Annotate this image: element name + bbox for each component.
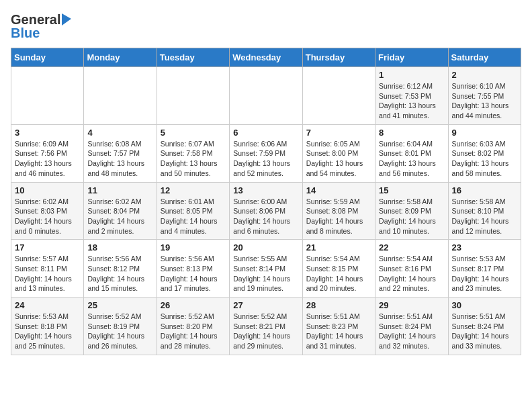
day-number: 18 xyxy=(87,242,152,253)
day-cell: 3Sunrise: 6:09 AMSunset: 7:56 PMDaylight… xyxy=(11,124,84,182)
weekday-header-monday: Monday xyxy=(84,48,157,67)
day-info: Sunrise: 5:53 AMSunset: 8:18 PMDaylight:… xyxy=(15,312,80,351)
day-cell: 25Sunrise: 5:52 AMSunset: 8:19 PMDayligh… xyxy=(84,298,157,355)
day-cell xyxy=(302,67,375,125)
day-number: 10 xyxy=(15,185,80,195)
day-cell: 6Sunrise: 6:06 AMSunset: 7:59 PMDaylight… xyxy=(230,124,302,182)
day-cell: 16Sunrise: 5:58 AMSunset: 8:10 PMDayligh… xyxy=(448,182,521,240)
day-number: 9 xyxy=(452,128,517,138)
day-cell: 22Sunrise: 5:54 AMSunset: 8:16 PMDayligh… xyxy=(375,240,448,298)
day-number: 11 xyxy=(87,185,152,195)
day-number: 14 xyxy=(306,185,371,195)
day-info: Sunrise: 5:59 AMSunset: 8:08 PMDaylight:… xyxy=(306,197,371,236)
day-cell: 20Sunrise: 5:55 AMSunset: 8:14 PMDayligh… xyxy=(230,240,302,298)
day-cell: 26Sunrise: 5:52 AMSunset: 8:20 PMDayligh… xyxy=(157,298,229,355)
day-cell: 13Sunrise: 6:00 AMSunset: 8:06 PMDayligh… xyxy=(230,182,302,240)
day-number: 4 xyxy=(87,128,152,138)
day-cell: 28Sunrise: 5:51 AMSunset: 8:23 PMDayligh… xyxy=(302,298,375,355)
day-cell xyxy=(230,67,302,125)
day-number: 15 xyxy=(379,185,444,195)
weekday-header-thursday: Thursday xyxy=(302,48,375,67)
day-cell: 14Sunrise: 5:59 AMSunset: 8:08 PMDayligh… xyxy=(302,182,375,240)
week-row-2: 3Sunrise: 6:09 AMSunset: 7:56 PMDaylight… xyxy=(11,124,521,182)
day-cell: 29Sunrise: 5:51 AMSunset: 8:24 PMDayligh… xyxy=(375,298,448,355)
weekday-header-row: SundayMondayTuesdayWednesdayThursdayFrid… xyxy=(11,48,521,67)
weekday-header-tuesday: Tuesday xyxy=(157,48,229,67)
day-cell: 2Sunrise: 6:10 AMSunset: 7:55 PMDaylight… xyxy=(448,67,521,125)
day-info: Sunrise: 5:54 AMSunset: 8:15 PMDaylight:… xyxy=(306,254,371,293)
day-cell: 17Sunrise: 5:57 AMSunset: 8:11 PMDayligh… xyxy=(11,240,84,298)
day-info: Sunrise: 6:12 AMSunset: 7:53 PMDaylight:… xyxy=(379,81,444,121)
header: General Blue xyxy=(11,11,521,41)
calendar: SundayMondayTuesdayWednesdayThursdayFrid… xyxy=(11,48,521,355)
week-row-4: 17Sunrise: 5:57 AMSunset: 8:11 PMDayligh… xyxy=(11,240,521,298)
day-cell: 15Sunrise: 5:58 AMSunset: 8:09 PMDayligh… xyxy=(375,182,448,240)
day-info: Sunrise: 5:57 AMSunset: 8:11 PMDaylight:… xyxy=(15,254,80,293)
day-cell: 30Sunrise: 5:51 AMSunset: 8:24 PMDayligh… xyxy=(448,298,521,355)
weekday-header-sunday: Sunday xyxy=(11,48,84,67)
day-info: Sunrise: 5:56 AMSunset: 8:13 PMDaylight:… xyxy=(161,254,226,293)
day-cell: 10Sunrise: 6:02 AMSunset: 8:03 PMDayligh… xyxy=(11,182,84,240)
day-cell: 27Sunrise: 5:52 AMSunset: 8:21 PMDayligh… xyxy=(230,298,302,355)
day-info: Sunrise: 6:06 AMSunset: 7:59 PMDaylight:… xyxy=(233,139,298,179)
day-info: Sunrise: 5:51 AMSunset: 8:23 PMDaylight:… xyxy=(306,312,371,351)
day-cell: 18Sunrise: 5:56 AMSunset: 8:12 PMDayligh… xyxy=(84,240,157,298)
day-number: 24 xyxy=(15,300,80,310)
day-number: 5 xyxy=(161,128,226,138)
day-info: Sunrise: 5:58 AMSunset: 8:10 PMDaylight:… xyxy=(452,197,517,236)
day-info: Sunrise: 5:58 AMSunset: 8:09 PMDaylight:… xyxy=(379,197,444,236)
day-cell: 24Sunrise: 5:53 AMSunset: 8:18 PMDayligh… xyxy=(11,298,84,355)
day-info: Sunrise: 6:00 AMSunset: 8:06 PMDaylight:… xyxy=(233,197,298,236)
day-cell: 8Sunrise: 6:04 AMSunset: 8:01 PMDaylight… xyxy=(375,124,448,182)
logo-blue: Blue xyxy=(11,26,40,41)
day-cell: 1Sunrise: 6:12 AMSunset: 7:53 PMDaylight… xyxy=(375,67,448,125)
day-number: 17 xyxy=(15,242,80,253)
day-cell: 19Sunrise: 5:56 AMSunset: 8:13 PMDayligh… xyxy=(157,240,229,298)
weekday-header-friday: Friday xyxy=(375,48,448,67)
day-number: 30 xyxy=(452,300,517,310)
day-cell xyxy=(157,67,229,125)
day-cell: 7Sunrise: 6:05 AMSunset: 8:00 PMDaylight… xyxy=(302,124,375,182)
day-number: 21 xyxy=(306,242,371,253)
logo: General Blue xyxy=(11,11,71,41)
day-number: 19 xyxy=(161,242,226,253)
day-info: Sunrise: 5:54 AMSunset: 8:16 PMDaylight:… xyxy=(379,254,444,293)
weekday-header-wednesday: Wednesday xyxy=(230,48,302,67)
day-info: Sunrise: 5:51 AMSunset: 8:24 PMDaylight:… xyxy=(452,312,517,351)
day-number: 1 xyxy=(379,70,444,80)
day-number: 16 xyxy=(452,185,517,195)
day-info: Sunrise: 5:52 AMSunset: 8:19 PMDaylight:… xyxy=(87,312,152,351)
day-number: 28 xyxy=(306,300,371,310)
day-info: Sunrise: 5:56 AMSunset: 8:12 PMDaylight:… xyxy=(87,254,152,293)
day-info: Sunrise: 5:51 AMSunset: 8:24 PMDaylight:… xyxy=(379,312,444,351)
day-cell: 11Sunrise: 6:02 AMSunset: 8:04 PMDayligh… xyxy=(84,182,157,240)
day-cell xyxy=(84,67,157,125)
svg-marker-0 xyxy=(62,13,71,26)
day-info: Sunrise: 6:08 AMSunset: 7:57 PMDaylight:… xyxy=(87,139,152,179)
day-cell: 23Sunrise: 5:53 AMSunset: 8:17 PMDayligh… xyxy=(448,240,521,298)
day-number: 2 xyxy=(452,70,517,80)
day-number: 3 xyxy=(15,128,80,138)
day-number: 20 xyxy=(233,242,298,253)
day-number: 25 xyxy=(87,300,152,310)
day-number: 27 xyxy=(233,300,298,310)
day-number: 22 xyxy=(379,242,444,253)
page: General Blue SundayMondayTuesdayWednesda… xyxy=(0,0,532,362)
week-row-5: 24Sunrise: 5:53 AMSunset: 8:18 PMDayligh… xyxy=(11,298,521,355)
week-row-1: 1Sunrise: 6:12 AMSunset: 7:53 PMDaylight… xyxy=(11,67,521,125)
day-info: Sunrise: 6:02 AMSunset: 8:04 PMDaylight:… xyxy=(87,197,152,236)
day-info: Sunrise: 6:09 AMSunset: 7:56 PMDaylight:… xyxy=(15,139,80,179)
day-info: Sunrise: 5:55 AMSunset: 8:14 PMDaylight:… xyxy=(233,254,298,293)
day-number: 7 xyxy=(306,128,371,138)
day-info: Sunrise: 5:52 AMSunset: 8:21 PMDaylight:… xyxy=(233,312,298,351)
day-cell: 12Sunrise: 6:01 AMSunset: 8:05 PMDayligh… xyxy=(157,182,229,240)
day-info: Sunrise: 6:07 AMSunset: 7:58 PMDaylight:… xyxy=(161,139,226,179)
week-row-3: 10Sunrise: 6:02 AMSunset: 8:03 PMDayligh… xyxy=(11,182,521,240)
day-info: Sunrise: 6:04 AMSunset: 8:01 PMDaylight:… xyxy=(379,139,444,179)
day-info: Sunrise: 5:53 AMSunset: 8:17 PMDaylight:… xyxy=(452,254,517,293)
day-number: 26 xyxy=(161,300,226,310)
logo-triangle-icon xyxy=(62,12,71,28)
day-info: Sunrise: 6:10 AMSunset: 7:55 PMDaylight:… xyxy=(452,81,517,121)
day-info: Sunrise: 6:02 AMSunset: 8:03 PMDaylight:… xyxy=(15,197,80,236)
day-cell: 5Sunrise: 6:07 AMSunset: 7:58 PMDaylight… xyxy=(157,124,229,182)
